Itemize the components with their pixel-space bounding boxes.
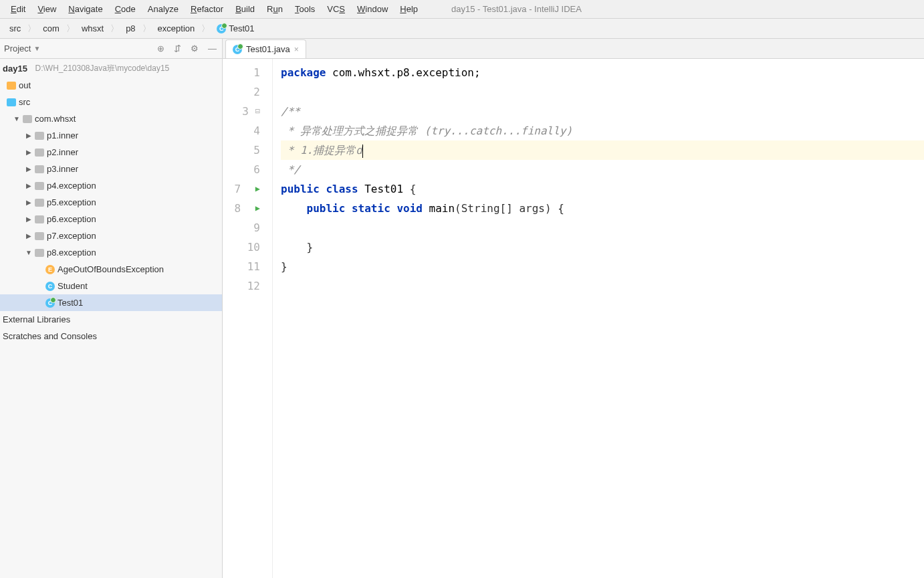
line-number: 5 [223, 140, 272, 160]
package-icon [35, 249, 44, 257]
tree-package-p8[interactable]: ▼p8.exception [0, 244, 222, 261]
code-content[interactable]: package com.whsxt.p8.exception; /** * 异常… [273, 59, 924, 578]
tree-scratches[interactable]: Scratches and Consoles [0, 328, 222, 345]
line-number: 6 [223, 160, 272, 179]
line-number: 1 [223, 63, 272, 82]
fold-marker-icon[interactable]: ⊟ [255, 102, 260, 121]
run-gutter-icon[interactable]: ▶ [255, 199, 260, 218]
locate-icon[interactable]: ⊕ [156, 42, 166, 55]
class-icon: C [45, 282, 55, 291]
breadcrumb-item[interactable]: CTest01 [211, 22, 259, 35]
package-icon [35, 149, 44, 157]
class-icon: C [45, 298, 55, 308]
text-caret [362, 144, 363, 158]
exception-class-icon: E [45, 265, 55, 274]
chevron-right-icon: ▶ [25, 149, 32, 156]
package-icon [35, 182, 44, 190]
menu-run[interactable]: Run [261, 1, 288, 17]
project-dropdown[interactable]: Project ▼ [4, 43, 156, 54]
editor-tabbar: C Test01.java × [223, 39, 924, 59]
breadcrumb-item[interactable]: src [4, 22, 26, 35]
sidebar-header: Project ▼ ⊕ ⇵ ⚙ — [0, 39, 222, 59]
chevron-right-icon: ▶ [25, 182, 32, 189]
menu-view[interactable]: View [32, 1, 62, 17]
code-editor[interactable]: 1 2 3⊟ 4 5 6 7 ▶ 8 ▶ 9 10 11 12 package … [223, 59, 924, 578]
chevron-right-icon: 〉 [141, 23, 152, 35]
chevron-down-icon: ▼ [13, 115, 20, 122]
line-number: 9 [223, 218, 272, 237]
menu-refactor[interactable]: Refactor [185, 1, 229, 17]
tree-class[interactable]: CStudent [0, 278, 222, 294]
class-icon: C [233, 45, 242, 54]
package-icon [23, 115, 32, 123]
menu-code[interactable]: Code [110, 1, 141, 17]
close-icon[interactable]: × [294, 45, 299, 54]
chevron-right-icon: ▶ [25, 215, 32, 223]
folder-icon [7, 82, 16, 90]
line-number: 11 [223, 257, 272, 276]
tree-package[interactable]: ▶p1.inner [0, 127, 222, 144]
editor-area: C Test01.java × 1 2 3⊟ 4 5 6 7 ▶ 8 ▶ 9 1… [223, 39, 924, 578]
tree-folder-src[interactable]: src [0, 94, 222, 110]
package-icon [35, 165, 44, 173]
editor-tab[interactable]: C Test01.java × [225, 39, 306, 58]
chevron-right-icon: 〉 [26, 23, 37, 35]
package-icon [35, 232, 44, 240]
folder-icon [7, 98, 16, 106]
menu-edit[interactable]: Edit [5, 1, 31, 17]
tree-package[interactable]: ▶p7.exception [0, 227, 222, 244]
breadcrumb-item[interactable]: p8 [120, 22, 140, 35]
settings-icon[interactable]: ⚙ [189, 42, 200, 55]
tree-external-libraries[interactable]: External Libraries [0, 311, 222, 328]
line-number: 2 [223, 82, 272, 102]
line-number: 3⊟ [223, 102, 272, 121]
run-gutter-icon[interactable]: ▶ [255, 179, 260, 199]
menu-vcs[interactable]: VCS [322, 1, 350, 17]
chevron-right-icon: 〉 [65, 23, 76, 35]
breadcrumb-item[interactable]: whsxt [76, 22, 109, 35]
tree-class[interactable]: EAgeOutOfBoundsException [0, 261, 222, 278]
menu-build[interactable]: Build [230, 1, 260, 17]
tree-folder-out[interactable]: out [0, 77, 222, 94]
line-number: 10 [223, 237, 272, 257]
tree-package[interactable]: ▶p5.exception [0, 194, 222, 211]
menu-tools[interactable]: Tools [290, 1, 320, 17]
hide-icon[interactable]: — [207, 42, 218, 55]
chevron-right-icon: ▶ [25, 132, 32, 139]
line-number: 12 [223, 276, 272, 296]
menu-navigate[interactable]: Navigate [63, 1, 108, 17]
tree-class-test01[interactable]: CTest01 [0, 294, 222, 311]
package-icon [35, 132, 44, 140]
menu-analyze[interactable]: Analyze [142, 1, 184, 17]
chevron-right-icon: ▶ [25, 232, 32, 239]
project-root[interactable]: day15 D:\WH_210308Java班\mycode\day15 [0, 60, 222, 77]
tree-package[interactable]: ▶p6.exception [0, 211, 222, 227]
class-icon: C [217, 24, 226, 33]
menu-window[interactable]: Window [352, 1, 393, 17]
chevron-right-icon: 〉 [109, 23, 120, 35]
breadcrumb-item[interactable]: exception [152, 22, 201, 35]
tree-package[interactable]: ▶p4.exception [0, 177, 222, 194]
editor-gutter[interactable]: 1 2 3⊟ 4 5 6 7 ▶ 8 ▶ 9 10 11 12 [223, 59, 273, 578]
window-title: day15 - Test01.java - IntelliJ IDEA [451, 4, 582, 14]
chevron-down-icon: ▼ [25, 249, 32, 256]
line-number: 8 ▶ [223, 199, 272, 218]
line-number: 7 ▶ [223, 179, 272, 199]
chevron-right-icon: ▶ [25, 165, 32, 173]
tree-package[interactable]: ▶p2.inner [0, 144, 222, 161]
tree-package[interactable]: ▶p3.inner [0, 161, 222, 177]
line-number: 4 [223, 121, 272, 140]
main-menubar: Edit View Navigate Code Analyze Refactor… [0, 0, 924, 19]
package-icon [35, 199, 44, 207]
chevron-right-icon: ▶ [25, 199, 32, 206]
breadcrumb-bar: src〉 com〉 whsxt〉 p8〉 exception〉 CTest01 [0, 19, 924, 39]
project-tree: day15 D:\WH_210308Java班\mycode\day15 out… [0, 59, 222, 346]
tree-package-root[interactable]: ▼com.whsxt [0, 110, 222, 127]
collapse-icon[interactable]: ⇵ [172, 42, 183, 55]
tab-label: Test01.java [246, 44, 290, 54]
breadcrumb-item[interactable]: com [37, 22, 65, 35]
chevron-right-icon: 〉 [200, 23, 211, 35]
menu-help[interactable]: Help [394, 1, 423, 17]
package-icon [35, 215, 44, 223]
project-sidebar: Project ▼ ⊕ ⇵ ⚙ — day15 D:\WH_210308Java… [0, 39, 223, 578]
